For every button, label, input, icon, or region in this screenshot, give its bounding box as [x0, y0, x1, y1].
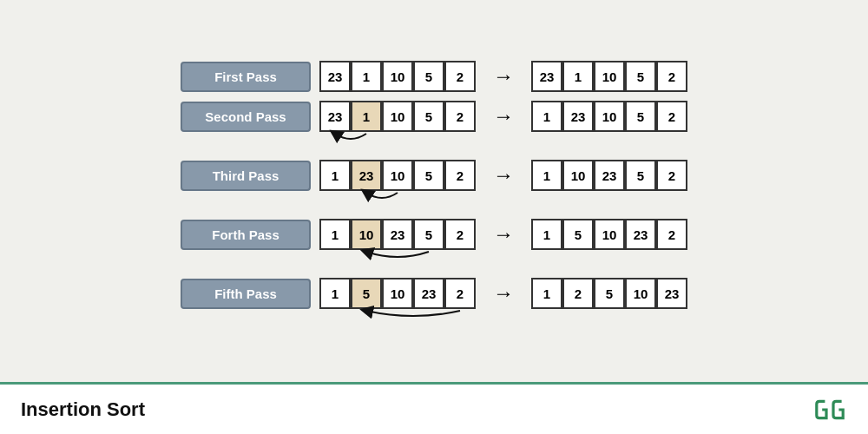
before-cell-2-2: 10: [382, 160, 413, 191]
before-cell-0-2: 10: [382, 61, 413, 92]
after-cell-1-1: 23: [562, 101, 594, 132]
before-cell-4-4: 2: [444, 278, 476, 309]
curve-svg-2: [181, 191, 615, 210]
before-cell-4-2: 10: [382, 278, 413, 309]
before-cell-2-0: 1: [319, 160, 351, 191]
after-cell-0-2: 10: [594, 61, 625, 92]
arrow-right-1: →: [493, 104, 514, 128]
after-cell-1-4: 2: [656, 101, 687, 132]
after-array-3: 1510232: [531, 219, 687, 250]
before-array-3: 1102352: [319, 219, 476, 250]
before-cell-2-4: 2: [444, 160, 476, 191]
after-cell-0-0: 23: [531, 61, 562, 92]
before-array-1: 2311052: [319, 101, 476, 132]
after-cell-2-2: 23: [594, 160, 625, 191]
after-cell-0-3: 5: [625, 61, 656, 92]
arrow-right-2: →: [493, 163, 514, 187]
pass-label-0: First Pass: [181, 62, 311, 92]
curve-svg-4: [181, 309, 615, 328]
arrow-right-3: →: [493, 222, 514, 247]
after-array-0: 2311052: [531, 61, 687, 92]
after-cell-4-1: 2: [562, 278, 594, 309]
pass-label-4: Fifth Pass: [181, 279, 311, 309]
after-cell-2-4: 2: [656, 160, 687, 191]
before-cell-1-4: 2: [444, 101, 476, 132]
pass-row-3: Forth Pass1102352→1510232: [181, 219, 687, 269]
after-array-1: 1231052: [531, 101, 687, 132]
before-array-4: 1510232: [319, 278, 476, 309]
after-cell-4-2: 5: [594, 278, 625, 309]
after-cell-2-3: 5: [625, 160, 656, 191]
arrow-right-4: →: [493, 281, 514, 306]
after-cell-0-1: 1: [562, 61, 594, 92]
before-cell-3-3: 5: [413, 219, 444, 250]
after-cell-3-2: 10: [594, 219, 625, 250]
after-cell-4-3: 10: [625, 278, 656, 309]
before-cell-4-0: 1: [319, 278, 351, 309]
before-cell-3-1: 10: [351, 219, 382, 250]
pass-label-3: Forth Pass: [181, 220, 311, 250]
before-cell-3-0: 1: [319, 219, 351, 250]
before-cell-2-1: 23: [351, 160, 382, 191]
before-array-2: 1231052: [319, 160, 476, 191]
after-cell-2-1: 10: [562, 160, 594, 191]
before-cell-1-1: 1: [351, 101, 382, 132]
after-array-4: 1251023: [531, 278, 687, 309]
before-cell-0-0: 23: [319, 61, 351, 92]
before-cell-3-4: 2: [444, 219, 476, 250]
pass-row-2: Third Pass1231052→1102352: [181, 160, 687, 210]
before-cell-1-3: 5: [413, 101, 444, 132]
before-cell-4-1: 5: [351, 278, 382, 309]
after-cell-3-0: 1: [531, 219, 562, 250]
before-array-0: 2311052: [319, 61, 476, 92]
before-cell-0-1: 1: [351, 61, 382, 92]
before-cell-1-0: 23: [319, 101, 351, 132]
after-cell-0-4: 2: [656, 61, 687, 92]
pass-row-1: Second Pass2311052→1231052: [181, 101, 687, 151]
after-cell-4-0: 1: [531, 278, 562, 309]
before-cell-2-3: 5: [413, 160, 444, 191]
footer-title: Insertion Sort: [21, 398, 145, 421]
after-cell-1-3: 5: [625, 101, 656, 132]
pass-label-2: Third Pass: [181, 161, 311, 191]
curve-svg-3: [181, 250, 615, 269]
after-cell-4-4: 23: [656, 278, 687, 309]
before-cell-0-4: 2: [444, 61, 476, 92]
pass-row-0: First Pass2311052→2311052: [181, 61, 687, 92]
pass-row-4: Fifth Pass1510232→1251023: [181, 278, 687, 328]
curve-svg-1: [181, 132, 615, 151]
pass-label-1: Second Pass: [181, 102, 311, 132]
footer: Insertion Sort: [0, 382, 868, 434]
after-cell-3-1: 5: [562, 219, 594, 250]
gfg-logo: [812, 396, 847, 424]
before-cell-3-2: 23: [382, 219, 413, 250]
arrow-right-0: →: [493, 64, 514, 89]
after-cell-1-2: 10: [594, 101, 625, 132]
before-cell-1-2: 10: [382, 101, 413, 132]
after-cell-3-3: 23: [625, 219, 656, 250]
after-cell-1-0: 1: [531, 101, 562, 132]
after-array-2: 1102352: [531, 160, 687, 191]
after-cell-2-0: 1: [531, 160, 562, 191]
after-cell-3-4: 2: [656, 219, 687, 250]
main-area: First Pass2311052→2311052Second Pass2311…: [0, 0, 868, 382]
before-cell-4-3: 23: [413, 278, 444, 309]
before-cell-0-3: 5: [413, 61, 444, 92]
